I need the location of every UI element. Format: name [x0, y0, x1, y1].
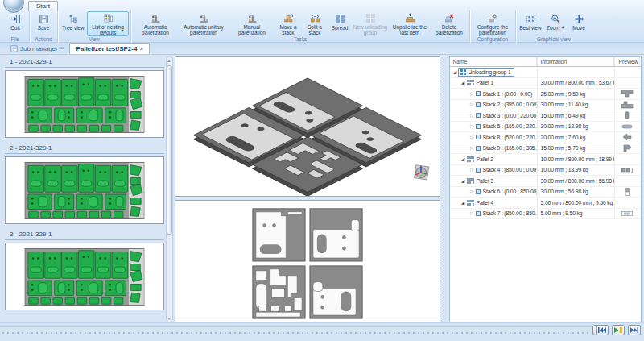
- timeline-track[interactable]: [0, 326, 597, 327]
- best-view-button[interactable]: Best view: [518, 11, 543, 36]
- new-unloading-group-button[interactable]: New unloading group: [352, 11, 389, 36]
- stack-icon: [476, 113, 481, 118]
- expander-icon[interactable]: [469, 164, 475, 175]
- table-row-stack-8[interactable]: Stack 8 : (520.00 ; 220... 20.00 mm ; 7.…: [450, 132, 641, 143]
- palletization-timeline: [0, 322, 644, 341]
- spread-icon: [335, 13, 345, 24]
- center-views: [175, 56, 440, 322]
- delete-palletization-button[interactable]: Delete palletization: [431, 11, 468, 36]
- manual-palletization-button[interactable]: Manual palletization: [229, 11, 275, 36]
- expander-icon[interactable]: [452, 67, 458, 77]
- button-label: New unloading group: [353, 24, 388, 35]
- table-row-stack-1[interactable]: Stack 1 : (0.00 ; 0.00) 25.00 mm ; 9.50 …: [450, 89, 641, 100]
- scroll-down-button[interactable]: [167, 315, 172, 322]
- table-row-stack-9[interactable]: Stack 9 : (165.00 ; 385... 15.00 mm ; 5.…: [450, 143, 641, 155]
- layout-preview[interactable]: [5, 243, 164, 310]
- row-information: 15.00 mm ; 5.70 kg: [537, 143, 614, 154]
- table-header: Name Information Preview: [450, 57, 641, 67]
- column-header-information[interactable]: Information: [537, 57, 614, 66]
- table-row-stack-2[interactable]: Stack 2 : (395.00 ; 0.00) 30.00 mm ; 11.…: [450, 100, 641, 111]
- list-of-nesting-layouts-button[interactable]: List of nesting layouts: [87, 11, 129, 36]
- ribbon-group-label: Graphical view: [518, 36, 590, 43]
- unpalletize-last-item-icon: [405, 13, 415, 23]
- table-row-unloading-group-1[interactable]: Unloading group 1: [450, 67, 641, 78]
- pallet-2d-view[interactable]: [175, 200, 440, 322]
- stack-icon: [476, 124, 481, 129]
- table-row-stack-7[interactable]: Stack 7 : (850.00 ; 850... 5.00 mm ; 9.5…: [450, 209, 641, 220]
- expander-icon[interactable]: [460, 154, 466, 164]
- tab-job-manager[interactable]: Job manager: [5, 43, 69, 54]
- skip-to-start-button[interactable]: [596, 325, 609, 335]
- zoom-plus-button[interactable]: Zoom +: [543, 11, 568, 36]
- layout-thumbnail-item[interactable]: 1 - 2021-329-1: [5, 56, 164, 138]
- expander-icon[interactable]: [469, 143, 475, 153]
- split-a-stack-button[interactable]: Split a stack: [302, 11, 328, 36]
- move-view-button[interactable]: Move: [568, 11, 590, 36]
- panel-splitter[interactable]: [444, 56, 448, 322]
- preview-rect-wide-icon: [622, 211, 633, 215]
- unpalletize-last-item-button[interactable]: Unpalletize the last item: [389, 11, 431, 36]
- expander-icon[interactable]: [469, 186, 475, 197]
- pallet-icon: [467, 178, 474, 184]
- ribbon-group-file: Quit File: [2, 10, 29, 43]
- split-stack-icon: [310, 13, 320, 23]
- layout-preview[interactable]: [5, 156, 164, 224]
- row-information: 30.00 mm ; 56.98 kg: [537, 187, 614, 198]
- expander-icon[interactable]: [460, 176, 466, 186]
- row-name: Stack 7 : (850.00 ; 850...: [483, 208, 537, 218]
- expander-icon[interactable]: [469, 208, 475, 218]
- table-row-pallet-3[interactable]: Pallet 3 30.00 mm / 800.00 mm ; 56.98 k.…: [450, 176, 641, 187]
- play-pause-button[interactable]: [612, 325, 625, 335]
- layout-thumbnail-item[interactable]: 3 - 2021-329-1: [5, 229, 164, 310]
- spread-button[interactable]: Spread: [328, 11, 352, 36]
- expander-icon[interactable]: [469, 99, 475, 110]
- expander-icon[interactable]: [469, 110, 475, 121]
- row-name: Stack 8 : (520.00 ; 220...: [483, 132, 537, 143]
- row-name: Stack 1 : (0.00 ; 0.00): [483, 89, 533, 99]
- layout-preview[interactable]: [5, 70, 164, 138]
- stack-icon: [476, 146, 481, 151]
- row-information: 30.00 mm ; 11.40 kg: [537, 100, 614, 110]
- skip-to-end-button[interactable]: [628, 325, 641, 335]
- row-information: 20.00 mm ; 7.60 kg: [537, 132, 614, 143]
- quit-icon: [10, 13, 21, 24]
- row-name: Stack 3 : (0.00 ; 220.00): [483, 110, 537, 121]
- table-row-pallet-2[interactable]: Pallet 2 10.00 mm / 800.00 mm ; 18.99 k.…: [450, 154, 641, 165]
- expander-icon[interactable]: [460, 77, 466, 88]
- scrollbar-thumb[interactable]: [167, 65, 172, 235]
- table-row-pallet-1[interactable]: Pallet 1 30.00 mm / 800.00 mm ; 53.67 k.…: [450, 78, 641, 89]
- preview-flag-right-icon: [624, 145, 631, 152]
- tab-palletizer-test[interactable]: Palletizer test/SP2-4: [69, 43, 150, 54]
- left-panel-scrollbar[interactable]: [166, 56, 173, 322]
- automatic-palletization-button[interactable]: Automatic palletization: [133, 11, 178, 36]
- save-button[interactable]: Save: [31, 11, 56, 36]
- row-information: 5.00 mm ; 9.50 kg: [537, 209, 614, 219]
- row-preview: [614, 198, 640, 208]
- column-header-preview[interactable]: Preview: [614, 57, 640, 66]
- row-name: Unloading group 1: [469, 67, 511, 77]
- table-row-pallet-4[interactable]: Pallet 4 5.00 mm / 800.00 mm ; 9.50 kg /…: [450, 198, 641, 209]
- configure-palletization-button[interactable]: Configure the palletization: [472, 11, 514, 36]
- column-header-name[interactable]: Name: [450, 57, 537, 66]
- table-row-stack-6[interactable]: Stack 6 : (0.00 ; 850.00) 30.00 mm ; 56.…: [450, 187, 641, 198]
- table-row-stack-5[interactable]: Stack 5 : (165.00 ; 220... 30.00 mm ; 12…: [450, 122, 641, 133]
- close-icon[interactable]: [60, 45, 64, 52]
- close-icon[interactable]: [139, 46, 143, 52]
- layout-thumbnail-item[interactable]: 2 - 2021-329-1: [5, 143, 164, 224]
- scroll-up-button[interactable]: [167, 57, 172, 64]
- expander-icon[interactable]: [469, 121, 475, 131]
- pallet-3d-view[interactable]: [175, 56, 440, 197]
- ribbon-tab-start[interactable]: Start: [28, 1, 58, 11]
- table-row-stack-4[interactable]: Stack 4 : (850.00 ; 0.00) 10.00 mm ; 18.…: [450, 165, 641, 177]
- preview-rect-vertical-icon: [625, 188, 630, 195]
- quit-button[interactable]: Quit: [3, 11, 27, 36]
- row-preview: [614, 165, 640, 176]
- expander-icon[interactable]: [469, 89, 475, 99]
- automatic-unitary-palletization-button[interactable]: Automatic unitary palletization: [178, 11, 229, 36]
- tree-view-button[interactable]: Tree view: [60, 11, 87, 36]
- move-a-stack-button[interactable]: Move a stack: [275, 11, 302, 36]
- expander-icon[interactable]: [460, 198, 466, 208]
- table-row-stack-3[interactable]: Stack 3 : (0.00 ; 220.00) 15.00 mm ; 6.4…: [450, 110, 641, 122]
- stack-icon: [476, 211, 481, 216]
- expander-icon[interactable]: [469, 132, 475, 143]
